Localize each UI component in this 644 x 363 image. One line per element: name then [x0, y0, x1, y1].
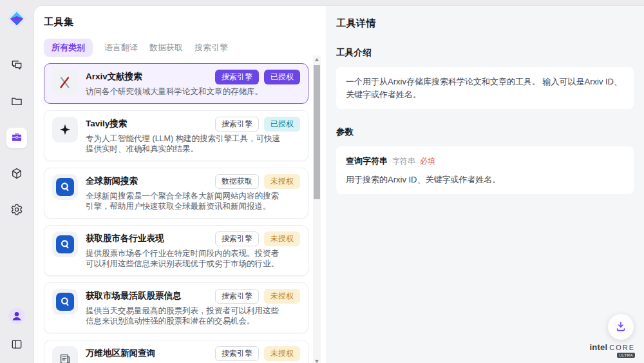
download-button[interactable] — [608, 314, 634, 340]
tool-card-tavily-search[interactable]: Tavily搜索 搜索引擎 已授权 专为人工智能代理 (LLM) 构建的搜索引擎… — [44, 110, 308, 161]
tab-all-categories[interactable]: 所有类别 — [44, 39, 93, 57]
tool-name: 获取股市各行业表现 — [86, 231, 164, 244]
sidebar-item-toolbox[interactable] — [6, 128, 27, 148]
ultra-badge: ultra — [617, 353, 635, 358]
sidebar-item-settings[interactable] — [6, 200, 27, 221]
category-tabs: 所有类别语言翻译数据获取搜索引擎 — [44, 39, 326, 57]
sidebar-item-models[interactable] — [6, 164, 27, 184]
app-logo-icon — [6, 8, 28, 30]
tool-card-regional-news-query[interactable]: 万维地区新闻查询 搜索引擎 未授权 查询具体行政区划内的新闻，快速了解各地新闻动 — [44, 340, 308, 363]
param-name: 查询字符串 — [346, 155, 388, 168]
folder-icon — [10, 95, 23, 110]
intro-section-title: 工具介绍 — [336, 47, 634, 59]
tab-search-engine[interactable]: 搜索引擎 — [194, 39, 228, 57]
chat-icon — [10, 59, 23, 74]
tool-card-arxiv-search[interactable]: Arxiv文献搜索 搜索引擎 已授权 访问各个研究领域大量科学论文和文章的存储库… — [44, 63, 308, 104]
tool-description: 专为人工智能代理 (LLM) 构建的搜索引擎工具，可快速提供实时、准确和真实的结… — [86, 133, 287, 155]
category-badge: 搜索引擎 — [215, 231, 259, 246]
main-panel: 工具集 所有类别语言翻译数据获取搜索引擎 Arxiv文献搜索 搜索引擎 已授权 … — [33, 5, 644, 363]
category-badge: 搜索引擎 — [215, 289, 259, 304]
gear-icon — [10, 203, 23, 218]
params-section-title: 参数 — [336, 126, 634, 138]
auth-status-badge: 已授权 — [264, 70, 300, 84]
tool-card-global-news-search[interactable]: 全球新闻搜索 数据获取 未授权 全球新闻搜索是一个聚合全球各大新闻网站内容的搜索… — [44, 168, 308, 219]
intel-wordmark: intel — [589, 342, 607, 352]
sidebar-rail — [0, 0, 33, 363]
param-header: 查询字符串 字符串 必填 — [346, 155, 624, 168]
sidebar-item-folder[interactable] — [6, 92, 27, 112]
sidebar-bottom — [6, 306, 27, 355]
category-badge: 搜索引擎 — [215, 346, 259, 361]
list-scrollbar[interactable] — [313, 55, 321, 363]
tool-name: Tavily搜索 — [86, 117, 127, 130]
param-required-badge: 必填 — [420, 155, 435, 167]
newspaper-icon — [52, 346, 78, 363]
category-badge: 搜索引擎 — [215, 70, 259, 84]
scroll-up-icon — [315, 58, 319, 61]
news-search-icon — [52, 289, 78, 315]
scroll-down-button[interactable] — [313, 355, 321, 363]
tab-language-translation[interactable]: 语言翻译 — [104, 39, 138, 57]
news-search-icon — [52, 174, 78, 200]
sidebar-item-profile[interactable] — [6, 306, 27, 327]
intel-core-logo: intel core ultra — [589, 342, 635, 358]
auth-status-badge: 未授权 — [264, 231, 300, 246]
core-wordmark: core — [609, 344, 635, 351]
auth-status-badge: 未授权 — [264, 289, 300, 304]
tool-detail-pane: 工具详情 工具介绍 一个用于从Arxiv存储库搜索科学论文和文章的工具。 输入可… — [326, 6, 644, 363]
tool-description: 提供当天交易量最高的股票列表，投资者可以利用这些信息来识别流动性强的股票和潜在的… — [86, 306, 287, 327]
param-description: 用于搜索的Arxiv ID、关键字或作者姓名。 — [346, 173, 624, 186]
tool-card-stock-sector-performance[interactable]: 获取股市各行业表现 搜索引擎 未授权 提供股票市场各个行业在特定时间段内的表现。… — [44, 225, 308, 276]
sidebar-item-panel-toggle[interactable] — [6, 335, 27, 355]
category-badge: 数据获取 — [215, 174, 259, 189]
app-root: 工具集 所有类别语言翻译数据获取搜索引擎 Arxiv文献搜索 搜索引擎 已授权 … — [0, 0, 644, 363]
tool-description: 提供股票市场各个行业在特定时间段内的表现。投资者可以利用这些信息来识别表现优于或… — [86, 248, 287, 270]
sidebar-nav — [6, 55, 27, 221]
download-icon — [614, 320, 627, 335]
tool-name: Arxiv文献搜索 — [86, 70, 142, 83]
auth-status-badge: 未授权 — [264, 174, 300, 189]
tool-name: 万维地区新闻查询 — [86, 346, 155, 359]
auth-status-badge: 已授权 — [264, 117, 300, 132]
tool-description: 全球新闻搜索是一个聚合全球各大新闻网站内容的搜索引擎，帮助用户快速获取全球最新资… — [86, 191, 287, 212]
tool-list: Arxiv文献搜索 搜索引擎 已授权 访问各个研究领域大量科学论文和文章的存储库… — [44, 63, 308, 363]
auth-status-badge: 未授权 — [264, 346, 300, 361]
scroll-down-icon — [315, 360, 319, 363]
tool-name: 全球新闻搜索 — [86, 174, 138, 187]
panel-layout-icon — [10, 338, 23, 353]
param-card: 查询字符串 字符串 必填 用于搜索的Arxiv ID、关键字或作者姓名。 — [336, 146, 634, 194]
news-search-icon — [52, 231, 78, 257]
cube-icon — [10, 167, 23, 182]
tool-list-pane: 工具集 所有类别语言翻译数据获取搜索引擎 Arxiv文献搜索 搜索引擎 已授权 … — [34, 6, 326, 363]
tool-intro-card: 一个用于从Arxiv存储库搜索科学论文和文章的工具。 输入可以是Arxiv ID… — [336, 67, 634, 109]
param-type: 字符串 — [392, 155, 415, 167]
tool-description: 访问各个研究领域大量科学论文和文章的存储库。 — [86, 86, 287, 97]
tab-data-acquisition[interactable]: 数据获取 — [149, 39, 183, 57]
tool-card-most-active-stocks[interactable]: 获取市场最活跃股票信息 搜索引擎 未授权 提供当天交易量最高的股票列表，投资者可… — [44, 282, 308, 333]
user-avatar-icon — [8, 308, 25, 326]
scroll-up-button[interactable] — [313, 55, 321, 64]
sidebar-item-chat[interactable] — [6, 55, 27, 76]
category-badge: 搜索引擎 — [215, 117, 259, 132]
tavily-star-icon — [52, 117, 78, 142]
detail-title: 工具详情 — [336, 17, 634, 30]
arxiv-x-icon — [52, 70, 78, 95]
scrollbar-thumb[interactable] — [314, 65, 320, 199]
page-title: 工具集 — [44, 16, 326, 28]
toolbox-icon — [10, 131, 23, 146]
tool-name: 获取市场最活跃股票信息 — [86, 289, 182, 302]
